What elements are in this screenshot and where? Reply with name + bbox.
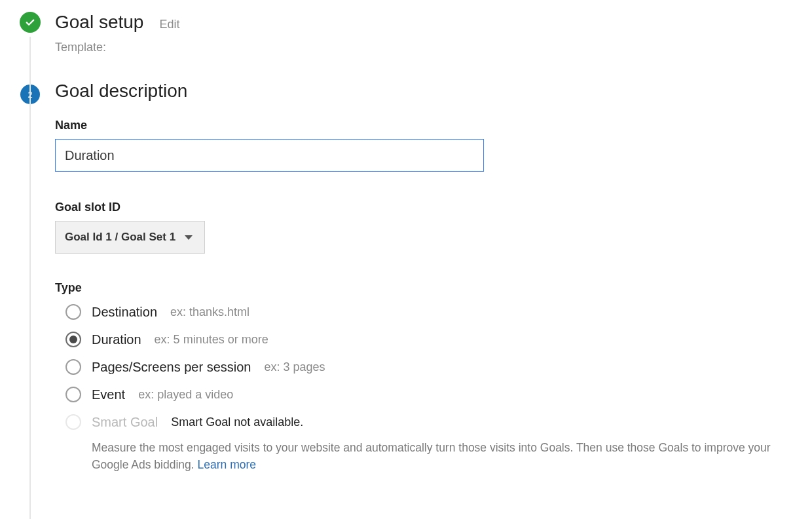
type-example-duration: ex: 5 minutes or more	[155, 333, 268, 347]
type-label: Type	[55, 281, 796, 295]
type-example-pages: ex: 3 pages	[264, 360, 325, 374]
type-row-smart-goal: Smart Goal Smart Goal not available.	[55, 414, 796, 430]
type-label-event: Event	[92, 387, 125, 402]
smart-goal-note: Smart Goal not available.	[171, 415, 303, 429]
type-row-destination: Destination ex: thanks.html	[55, 304, 796, 320]
type-example-destination: ex: thanks.html	[170, 305, 249, 319]
step-goal-setup: Goal setup Edit Template:	[20, 12, 796, 54]
learn-more-link[interactable]: Learn more	[198, 458, 257, 471]
goal-slot-dropdown[interactable]: Goal Id 1 / Goal Set 1	[55, 221, 205, 254]
step1-title: Goal setup	[55, 12, 143, 33]
radio-destination[interactable]	[65, 304, 81, 320]
checkmark-icon	[20, 12, 41, 33]
type-label-duration: Duration	[92, 332, 141, 347]
step2-title: Goal description	[55, 81, 781, 102]
radio-event[interactable]	[65, 387, 81, 402]
caret-down-icon	[185, 235, 193, 240]
type-label-smart-goal: Smart Goal	[92, 415, 158, 430]
goal-name-input[interactable]	[55, 139, 484, 172]
type-label-destination: Destination	[92, 305, 157, 320]
radio-duration[interactable]	[65, 332, 81, 347]
goal-slot-value: Goal Id 1 / Goal Set 1	[65, 231, 175, 244]
goal-slot-id-label: Goal slot ID	[55, 201, 796, 214]
type-example-event: ex: played a video	[138, 388, 233, 402]
name-label: Name	[55, 119, 796, 132]
smart-goal-description: Measure the most engaged visits to your …	[92, 439, 796, 474]
type-radio-group: Destination ex: thanks.html Duration ex:…	[55, 304, 796, 474]
radio-smart-goal	[65, 414, 81, 430]
type-label-pages: Pages/Screens per session	[92, 360, 251, 375]
type-row-event: Event ex: played a video	[55, 387, 796, 402]
radio-pages[interactable]	[65, 359, 81, 375]
edit-link[interactable]: Edit	[159, 18, 179, 31]
smart-goal-desc-text: Measure the most engaged visits to your …	[92, 441, 771, 471]
type-row-duration: Duration ex: 5 minutes or more	[55, 332, 796, 347]
template-label: Template:	[55, 41, 179, 54]
step-goal-description: 2 Goal description	[20, 81, 796, 104]
type-row-pages: Pages/Screens per session ex: 3 pages	[55, 359, 796, 375]
step-connector-line	[29, 37, 31, 519]
